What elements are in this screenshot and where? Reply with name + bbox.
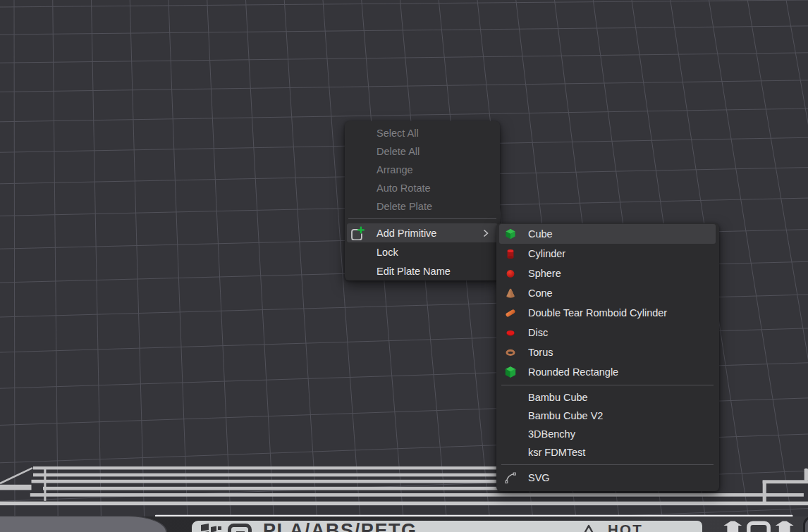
plate-corner-right — [803, 516, 808, 532]
context-menu: Select All Delete All Arrange Auto Rotat… — [345, 121, 500, 280]
plate-edge-diagonal — [0, 468, 32, 483]
submenu-item-sphere[interactable]: Sphere — [496, 264, 719, 283]
submenu-separator — [501, 385, 714, 385]
plate-bar — [0, 485, 32, 490]
submenu-item-label: Cylinder — [528, 248, 565, 259]
submenu-separator — [501, 464, 714, 465]
menu-item-auto-rotate[interactable]: Auto Rotate — [345, 179, 500, 197]
up-arrow-icon — [723, 521, 742, 532]
plate-corner-left — [0, 516, 167, 532]
submenu-item-3dbenchy[interactable]: 3DBenchy — [496, 425, 719, 443]
submenu-item-disc[interactable]: Disc — [496, 323, 719, 342]
submenu-item-ksr-fdmtest[interactable]: ksr FDMTest — [496, 443, 719, 462]
menu-separator — [348, 218, 496, 219]
cone-icon — [505, 287, 516, 299]
plate-bar-end — [804, 469, 808, 481]
submenu-item-label: ksr FDMTest — [528, 447, 585, 458]
submenu-chevron-icon — [483, 229, 489, 237]
menu-item-edit-plate-name[interactable]: Edit Plate Name — [345, 261, 500, 280]
submenu-item-label: Bambu Cube — [528, 392, 588, 403]
menu-item-label: Lock — [377, 247, 398, 258]
disc-icon — [505, 327, 516, 338]
plate-bar-tick — [44, 469, 46, 501]
submenu-item-bambu-cube-v2[interactable]: Bambu Cube V2 — [496, 407, 719, 425]
add-primitive-submenu: Cube Cylinder Sphere — [496, 223, 719, 491]
menu-item-delete-plate[interactable]: Delete Plate — [345, 197, 500, 216]
menu-item-lock[interactable]: Lock — [345, 242, 500, 261]
plate-badge-icon — [228, 524, 252, 532]
plate-material-label: PLA/ABS/PETG — [263, 522, 417, 532]
menu-item-label: Add Primitive — [377, 228, 436, 239]
submenu-item-bambu-cube[interactable]: Bambu Cube — [496, 388, 719, 407]
submenu-item-label: Disc — [528, 327, 548, 338]
submenu-item-label: Bambu Cube V2 — [528, 410, 603, 421]
plate-orientation-icons — [719, 519, 808, 532]
rounded-rectangle-icon — [505, 366, 516, 378]
submenu-item-label: Rounded Rectangle — [528, 366, 618, 378]
menu-item-label: Delete Plate — [377, 201, 432, 212]
menu-item-arrange[interactable]: Arrange — [345, 161, 500, 179]
hot-warning-triangle-icon — [580, 524, 597, 532]
romboid-cylinder-icon — [505, 307, 516, 318]
menu-item-label: Select All — [377, 128, 419, 139]
sphere-icon — [505, 268, 516, 279]
submenu-item-label: Cube — [528, 228, 553, 240]
plate-bar — [30, 493, 804, 497]
submenu-item-cylinder[interactable]: Cylinder — [496, 244, 719, 264]
menu-item-label: Auto Rotate — [377, 183, 431, 194]
torus-icon — [505, 347, 516, 358]
submenu-item-cone[interactable]: Cone — [496, 283, 719, 303]
bambu-logo-icon — [201, 524, 222, 532]
cylinder-icon — [505, 248, 516, 259]
square-outline-icon — [749, 524, 769, 532]
add-primitive-icon — [351, 226, 365, 240]
menu-item-add-primitive[interactable]: Add Primitive — [347, 223, 498, 242]
plate-bar — [763, 480, 808, 483]
submenu-item-label: Cone — [528, 287, 553, 299]
viewport-3d[interactable]: PLA/ABS/PETG HOT Select All Delete All A… — [0, 0, 808, 532]
submenu-item-double-tear-romboid-cylinder[interactable]: Double Tear Romboid Cylinder — [496, 303, 719, 323]
cube-icon — [505, 228, 516, 240]
submenu-item-label: 3DBenchy — [528, 428, 575, 440]
hot-label: HOT — [608, 523, 643, 532]
submenu-item-cube[interactable]: Cube — [499, 224, 716, 244]
submenu-item-svg[interactable]: SVG — [496, 468, 719, 488]
menu-item-delete-all[interactable]: Delete All — [345, 142, 500, 161]
svg-path-icon — [505, 472, 516, 483]
submenu-item-label: SVG — [528, 472, 550, 483]
submenu-item-label: Torus — [528, 347, 553, 358]
plate-label-bar: PLA/ABS/PETG HOT — [192, 521, 702, 532]
submenu-item-label: Sphere — [528, 268, 561, 279]
submenu-item-label: Double Tear Romboid Cylinder — [528, 307, 667, 318]
up-arrow-icon — [776, 521, 794, 532]
submenu-item-torus[interactable]: Torus — [496, 342, 719, 362]
plate-bar-connector — [763, 481, 766, 502]
menu-item-label: Edit Plate Name — [377, 266, 451, 277]
plate-bar — [0, 502, 808, 505]
menu-item-label: Delete All — [377, 146, 420, 157]
menu-item-label: Arrange — [377, 164, 413, 175]
submenu-item-rounded-rectangle[interactable]: Rounded Rectangle — [496, 362, 719, 382]
menu-item-select-all[interactable]: Select All — [345, 124, 500, 142]
plate-front-face: PLA/ABS/PETG HOT — [0, 516, 808, 532]
